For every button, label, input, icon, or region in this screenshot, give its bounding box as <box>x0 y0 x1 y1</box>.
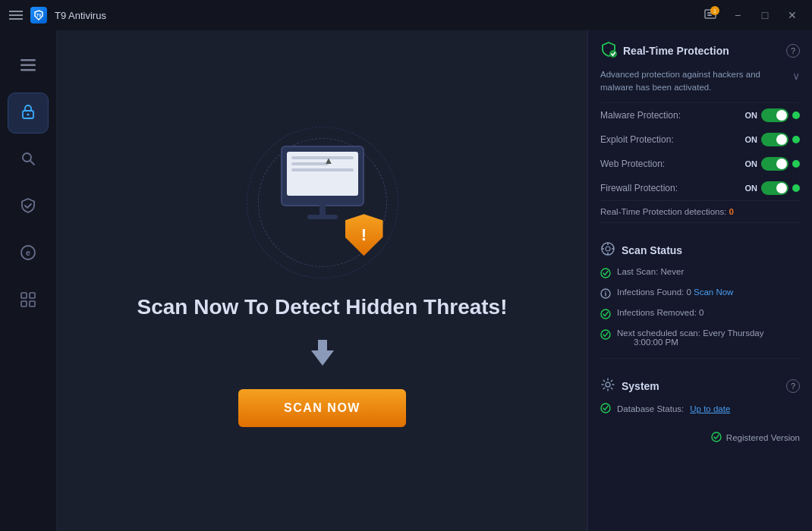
infections-found-row: Infections Found: 0 Scan Now <box>588 284 812 304</box>
center-panel: ▲ ! Scan Now To Detect Hidden Threats! S… <box>57 30 588 531</box>
info-circle-icon <box>600 288 611 300</box>
app-logo: T9 <box>30 7 47 24</box>
infections-scan-now-link[interactable]: Scan Now <box>694 287 733 297</box>
title-bar: T9 T9 Antivirus 1 − □ ✕ <box>0 0 812 30</box>
svg-rect-14 <box>30 293 35 298</box>
right-panel: Real-Time Protection ? ∨ Advanced protec… <box>588 30 812 531</box>
sidebar-item-privacy[interactable]: e <box>8 234 49 275</box>
lock-icon <box>20 103 36 124</box>
system-title: System <box>622 380 659 392</box>
monitor-graphic: ▲ <box>281 146 364 206</box>
web-protection-label: Web Protection: <box>600 159 665 169</box>
svg-line-10 <box>30 161 34 165</box>
threat-illustration: ▲ ! <box>239 134 406 271</box>
svg-point-30 <box>601 330 610 339</box>
shield-green-icon <box>600 41 617 61</box>
system-section-header: System ? <box>588 366 812 399</box>
notification-badge: 1 <box>710 6 719 15</box>
real-time-protection-title: Real-Time Protection <box>623 45 729 57</box>
title-bar-left: T9 T9 Antivirus <box>9 7 700 24</box>
sidebar-item-scan[interactable] <box>8 140 49 181</box>
database-status-row: Database Status: Up to date <box>588 399 812 419</box>
check-circle-icon-1 <box>600 268 611 280</box>
menu-icon <box>20 58 36 75</box>
exploit-toggle[interactable]: ON <box>745 133 801 146</box>
system-help-button[interactable]: ? <box>786 379 800 393</box>
svg-point-32 <box>601 404 610 413</box>
registered-check-icon <box>711 432 722 444</box>
sidebar-item-shield[interactable] <box>8 187 49 228</box>
scan-status-title: Scan Status <box>622 244 682 256</box>
infections-removed-row: Infections Removed: 0 <box>588 304 812 325</box>
detections-row: Real-Time Protection detections: 0 <box>588 201 812 222</box>
real-time-protection-header: Real-Time Protection ? <box>588 30 812 68</box>
svg-point-20 <box>606 247 610 251</box>
svg-rect-6 <box>20 69 36 71</box>
scan-status-section: Scan Status Last Scan: Never <box>588 223 812 358</box>
minimize-button[interactable]: − <box>727 5 748 26</box>
svg-point-9 <box>23 153 31 162</box>
svg-point-18 <box>609 50 617 58</box>
scan-status-title-row: Scan Status <box>600 241 682 259</box>
maximize-button[interactable]: □ <box>754 5 776 26</box>
shield-check-icon <box>20 197 36 218</box>
privacy-icon: e <box>20 244 36 265</box>
firewall-protection-row: Firewall Protection: ON <box>588 176 812 200</box>
svg-point-8 <box>27 113 30 115</box>
protection-description: ∨ Advanced protection against hackers an… <box>588 68 812 102</box>
svg-rect-13 <box>21 293 27 298</box>
system-gear-icon <box>600 377 615 395</box>
exploit-protection-row: Exploit Protection: ON <box>588 127 812 152</box>
warning-shield-icon: ! <box>345 214 383 256</box>
content-area: ▲ ! Scan Now To Detect Hidden Threats! S… <box>57 30 812 531</box>
malware-toggle[interactable]: ON <box>745 108 801 122</box>
svg-marker-17 <box>311 340 334 366</box>
svg-rect-15 <box>21 301 27 306</box>
notification-button[interactable]: 1 <box>700 5 721 26</box>
system-section: System ? Database Status: Up to date <box>588 359 812 423</box>
next-scan-row: Next scheduled scan: Every Thursday 3:00… <box>588 325 812 350</box>
firewall-protection-label: Firewall Protection: <box>600 183 678 193</box>
registered-version-row: Registered Version <box>588 423 812 450</box>
scan-now-button[interactable]: SCAN NOW <box>238 389 406 427</box>
svg-point-31 <box>606 382 610 387</box>
svg-point-25 <box>601 269 610 278</box>
svg-point-28 <box>605 291 606 291</box>
svg-rect-16 <box>30 301 35 306</box>
svg-rect-4 <box>20 59 36 61</box>
arrow-down-icon <box>307 337 338 374</box>
system-title-row: System <box>600 377 659 395</box>
section-title-row: Real-Time Protection <box>600 41 729 61</box>
check-circle-icon-3 <box>600 329 611 341</box>
title-bar-controls: 1 − □ ✕ <box>700 5 803 26</box>
check-circle-icon-2 <box>600 309 611 321</box>
svg-rect-5 <box>20 64 36 66</box>
svg-point-29 <box>601 309 610 319</box>
main-layout: e <box>0 30 812 531</box>
malware-protection-label: Malware Protection: <box>600 110 681 121</box>
cursor-icon: ▲ <box>324 155 334 166</box>
last-scan-row: Last Scan: Never <box>588 263 812 284</box>
exploit-protection-label: Exploit Protection: <box>600 134 674 145</box>
search-icon <box>20 151 36 170</box>
scan-headline: Scan Now To Detect Hidden Threats! <box>137 294 508 321</box>
malware-protection-row: Malware Protection: ON <box>588 103 812 127</box>
web-protection-row: Web Protection: ON <box>588 152 812 176</box>
svg-point-33 <box>712 432 721 441</box>
firewall-toggle[interactable]: ON <box>745 181 801 195</box>
web-toggle[interactable]: ON <box>745 157 801 171</box>
sidebar-item-protection[interactable] <box>8 93 49 134</box>
sidebar: e <box>0 30 57 531</box>
svg-text:e: e <box>26 248 30 257</box>
scan-status-header: Scan Status <box>588 231 812 263</box>
check-circle-icon-4 <box>600 403 611 415</box>
hamburger-menu-button[interactable] <box>9 11 23 20</box>
scan-status-icon <box>600 241 615 259</box>
sidebar-item-menu[interactable] <box>8 46 49 86</box>
real-time-protection-help-button[interactable]: ? <box>786 44 800 58</box>
database-status-link[interactable]: Up to date <box>690 404 730 413</box>
close-button[interactable]: ✕ <box>782 5 803 26</box>
expand-icon[interactable]: ∨ <box>792 68 800 84</box>
sidebar-item-apps[interactable] <box>8 281 49 322</box>
grid-icon <box>20 292 36 311</box>
